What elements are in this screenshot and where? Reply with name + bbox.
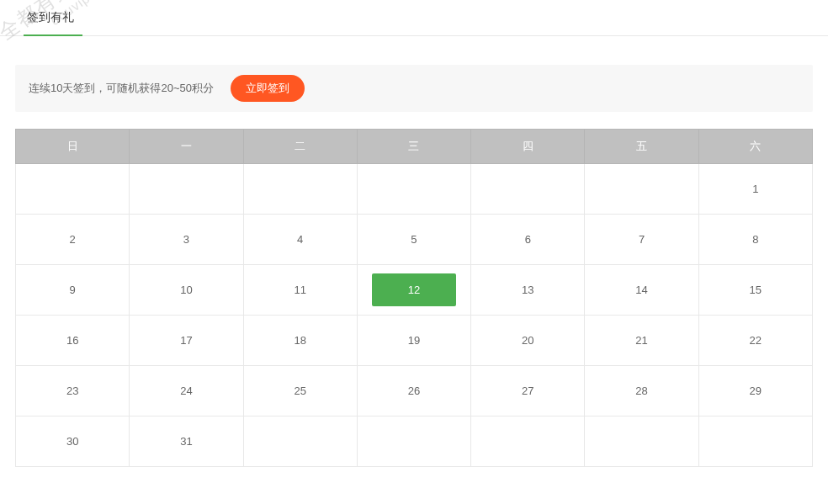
calendar-day: 29 <box>714 376 798 406</box>
calendar-cell[interactable]: 1 <box>698 164 812 215</box>
calendar-cell <box>585 416 698 467</box>
calendar-cell[interactable]: 13 <box>471 265 585 316</box>
calendar-cell[interactable]: 8 <box>698 215 812 265</box>
calendar-cell <box>471 164 585 215</box>
calendar-day: 15 <box>714 275 798 305</box>
calendar-day: 24 <box>144 376 228 406</box>
notice-text: 连续10天签到，可随机获得20~50积分 <box>29 81 214 96</box>
calendar-day: 14 <box>600 275 684 305</box>
calendar-cell[interactable]: 17 <box>130 316 243 366</box>
calendar-day: 1 <box>714 174 798 204</box>
calendar-header-row: 日 一 二 三 四 五 六 <box>16 130 813 164</box>
calendar-day: 26 <box>372 376 456 406</box>
weekday-header: 五 <box>585 130 698 164</box>
calendar-row: 1 <box>16 164 813 215</box>
calendar-cell <box>357 416 470 467</box>
calendar-row: 3031 <box>16 416 813 467</box>
calendar-day: 4 <box>258 225 342 254</box>
calendar-day: 6 <box>486 225 570 254</box>
calendar-cell[interactable]: 22 <box>698 316 812 366</box>
calendar-cell[interactable]: 25 <box>243 366 357 416</box>
notice-bar: 连续10天签到，可随机获得20~50积分 立即签到 <box>15 65 813 112</box>
calendar-cell[interactable]: 28 <box>585 366 698 416</box>
calendar-cell[interactable]: 31 <box>130 416 243 467</box>
calendar-cell <box>130 164 243 215</box>
calendar-cell <box>471 416 585 467</box>
calendar-cell[interactable]: 16 <box>16 316 130 366</box>
calendar-day: 3 <box>144 225 228 254</box>
calendar-cell[interactable]: 7 <box>585 215 698 265</box>
calendar-day: 8 <box>714 225 798 254</box>
calendar-cell[interactable]: 12 <box>357 265 470 316</box>
calendar-cell[interactable]: 3 <box>130 215 243 265</box>
weekday-header: 二 <box>243 130 357 164</box>
calendar-day: 17 <box>144 326 228 355</box>
calendar-day: 10 <box>144 275 228 305</box>
calendar-day: 12 <box>372 273 456 306</box>
calendar-cell[interactable]: 24 <box>130 366 243 416</box>
weekday-header: 日 <box>16 130 130 164</box>
calendar-day: 30 <box>30 427 114 456</box>
tab-label: 签到有礼 <box>27 10 74 24</box>
calendar-cell[interactable]: 11 <box>243 265 357 316</box>
weekday-header: 六 <box>698 130 812 164</box>
calendar-day: 23 <box>30 376 114 406</box>
calendar-cell[interactable]: 4 <box>243 215 357 265</box>
calendar-day: 25 <box>258 376 342 406</box>
calendar-cell[interactable]: 10 <box>130 265 243 316</box>
weekday-header: 三 <box>357 130 470 164</box>
calendar-table: 日 一 二 三 四 五 六 12345678910111213141516171… <box>15 129 813 467</box>
calendar-cell[interactable]: 15 <box>698 265 812 316</box>
calendar-day: 18 <box>258 326 342 355</box>
calendar-cell[interactable]: 19 <box>357 316 470 366</box>
calendar-day: 27 <box>486 376 570 406</box>
calendar-row: 23242526272829 <box>16 366 813 416</box>
calendar-cell[interactable]: 2 <box>16 215 130 265</box>
calendar-day: 28 <box>600 376 684 406</box>
calendar-cell <box>243 164 357 215</box>
calendar-day: 2 <box>30 225 114 254</box>
calendar-cell <box>243 416 357 467</box>
calendar-day: 11 <box>258 275 342 305</box>
calendar-day: 31 <box>144 427 228 456</box>
calendar-row: 2345678 <box>16 215 813 265</box>
calendar-cell <box>585 164 698 215</box>
calendar-cell[interactable]: 9 <box>16 265 130 316</box>
weekday-header: 四 <box>471 130 585 164</box>
calendar-day: 16 <box>30 326 114 355</box>
calendar-day: 19 <box>372 326 456 355</box>
calendar-cell[interactable]: 30 <box>16 416 130 467</box>
calendar-day: 7 <box>600 225 684 254</box>
calendar-cell[interactable]: 20 <box>471 316 585 366</box>
calendar-row: 16171819202122 <box>16 316 813 366</box>
calendar-cell[interactable]: 21 <box>585 316 698 366</box>
calendar-cell <box>16 164 130 215</box>
calendar-cell[interactable]: 14 <box>585 265 698 316</box>
calendar-day: 13 <box>486 275 570 305</box>
calendar-row: 9101112131415 <box>16 265 813 316</box>
tab-bar: 签到有礼 <box>0 0 828 36</box>
calendar-cell[interactable]: 5 <box>357 215 470 265</box>
calendar-day: 5 <box>372 225 456 254</box>
calendar-cell[interactable]: 6 <box>471 215 585 265</box>
weekday-header: 一 <box>130 130 243 164</box>
tab-signin-rewards[interactable]: 签到有礼 <box>0 10 84 35</box>
calendar-cell <box>698 416 812 467</box>
calendar-cell[interactable]: 18 <box>243 316 357 366</box>
calendar-cell[interactable]: 29 <box>698 366 812 416</box>
calendar-day: 9 <box>30 275 114 305</box>
calendar-cell[interactable]: 27 <box>471 366 585 416</box>
calendar-day: 21 <box>600 326 684 355</box>
calendar-cell <box>357 164 470 215</box>
calendar-cell[interactable]: 23 <box>16 366 130 416</box>
calendar-day: 22 <box>714 326 798 355</box>
calendar-day: 20 <box>486 326 570 355</box>
signin-button[interactable]: 立即签到 <box>231 75 305 102</box>
calendar-cell[interactable]: 26 <box>357 366 470 416</box>
